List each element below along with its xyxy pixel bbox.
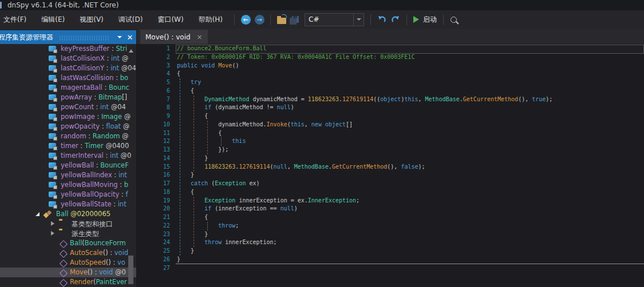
expander-closed-icon[interactable]: [51, 231, 54, 236]
indent-guide: [207, 222, 208, 230]
tree-item[interactable]: yellowBallIndex : int: [0, 170, 136, 180]
line-number: 5: [137, 78, 170, 87]
code-line: 19 Exception innerException = ex.InnerEx…: [137, 197, 644, 205]
tree-item[interactable]: Render(PaintEver: [0, 277, 136, 287]
tree-item[interactable]: 基类型和接口: [0, 219, 136, 229]
code-line: 5 try: [137, 78, 644, 87]
field-icon: [49, 182, 56, 188]
open-button[interactable]: [275, 13, 289, 26]
tree-item[interactable]: yellowBallOpacity : f: [0, 190, 136, 200]
tab-close-icon[interactable]: ×: [197, 33, 203, 41]
scroll-up-icon[interactable]: [129, 49, 133, 53]
code-line: 2// Token: 0x0600016F RID: 367 RVA: 0x00…: [137, 53, 644, 62]
menu-item[interactable]: 调试(D): [111, 11, 151, 28]
indent-guide: [180, 78, 180, 256]
tree-item[interactable]: powCount : int @04: [0, 102, 136, 112]
line-number: 8: [137, 103, 170, 112]
panel-close-button[interactable]: ✕: [125, 32, 135, 42]
code-text: DynamicMethod dynamicMethod = 118623263.…: [177, 95, 552, 104]
tab-label: Move() : void: [145, 33, 191, 41]
code-line: 14 }: [137, 154, 644, 163]
tree-item[interactable]: magentaBall : Bounc: [0, 83, 136, 93]
back-icon: ←: [241, 15, 251, 25]
field-icon: [49, 123, 56, 129]
tree-item[interactable]: yellowBallState : int: [0, 200, 136, 209]
tree-item[interactable]: AutoScale() : void: [0, 248, 136, 258]
menu-toolbar: 文件(F)编辑(E)视图(V)调试(D)窗口(W)帮助(H) ← → C#: [0, 10, 644, 29]
panel-menu-button[interactable]: [114, 32, 125, 42]
code-line: 23 }: [137, 230, 644, 239]
code-line: 17 catch (Exception ex): [137, 180, 644, 188]
tree-scrollbar[interactable]: [128, 44, 135, 287]
expander-open-icon[interactable]: [35, 212, 39, 216]
tree-item[interactable]: Ball @02000065: [0, 209, 136, 219]
tree-item[interactable]: powImage : Image @: [0, 112, 136, 122]
language-combobox[interactable]: C#: [305, 13, 364, 26]
language-dropdown-button[interactable]: [353, 14, 364, 26]
tree-item[interactable]: powOpacity : float @: [0, 122, 136, 131]
code-text: if (innerException == null): [177, 205, 298, 213]
forward-button[interactable]: →: [252, 13, 266, 26]
code-text: {: [177, 213, 208, 222]
tree-item[interactable]: timerInterval : int @0: [0, 151, 136, 161]
code-area[interactable]: 1// bounce2.BounceForm.Ball2// Token: 0x…: [137, 45, 644, 287]
tree-item-label: Ball(BounceForm: [70, 239, 126, 247]
tree-item[interactable]: random : Random @: [0, 131, 136, 141]
tree-item[interactable]: AutoSpeed() : vo: [0, 258, 136, 268]
tab-bar: Move() : void ×: [137, 29, 644, 44]
tree-item[interactable]: Ball(BounceForm: [0, 238, 136, 248]
tree-item-label: yellowBallOpacity : f: [61, 190, 128, 198]
line-number: 6: [137, 87, 170, 95]
back-button[interactable]: ←: [239, 13, 252, 26]
start-button[interactable]: 启动: [411, 15, 439, 25]
code-text: }: [177, 256, 180, 264]
tab-move-void[interactable]: Move() : void ×: [140, 30, 208, 44]
tree-item[interactable]: lastCollisionY : int @04: [0, 63, 136, 73]
tree-item[interactable]: keyPressBuffer : Stri: [0, 44, 136, 54]
toolbar-separator: [443, 14, 444, 25]
code-text: dynamicMethod.Invoke(this, new object[]: [177, 121, 353, 129]
line-number: 4: [137, 70, 170, 78]
tree-item-label: AutoSpeed() : vo: [70, 258, 125, 266]
tree-item-label: 基类型和接口: [72, 220, 113, 229]
code-editor: Move() : void × 1// bounce2.BounceForm.B…: [136, 29, 644, 287]
line-number: 9: [137, 112, 170, 121]
tree-item[interactable]: 派生类型: [0, 229, 136, 238]
assembly-explorer-header[interactable]: 程序集资源管理器 ✕: [0, 30, 136, 44]
search-button[interactable]: [448, 13, 461, 26]
save-all-button[interactable]: [289, 13, 302, 26]
language-value: C#: [305, 15, 353, 23]
menu-item[interactable]: 文件(F): [0, 11, 34, 28]
code-line: 12 this: [137, 137, 644, 146]
start-icon: [413, 16, 419, 23]
field-icon: [49, 75, 56, 81]
tree-item[interactable]: yellowBall : BounceF: [0, 161, 136, 170]
title-bar: dnSpy v6.1.4 (64-bit, .NET Core): [0, 0, 644, 10]
tree-item[interactable]: timer : Timer @0400: [0, 141, 136, 151]
expander-closed-icon[interactable]: [51, 221, 54, 226]
field-icon: [49, 114, 56, 119]
tree-item-label: magentaBall : Bounc: [61, 83, 129, 91]
method-icon: [60, 250, 68, 258]
field-icon: [49, 133, 56, 139]
line-number: 3: [137, 62, 170, 70]
menu-item[interactable]: 视图(V): [72, 11, 111, 28]
menu-item[interactable]: 帮助(H): [191, 11, 230, 28]
tree-item[interactable]: Move() : void @0: [0, 268, 136, 277]
assembly-explorer-title: 程序集资源管理器: [0, 33, 53, 42]
code-line: 9 {: [137, 112, 644, 121]
tree-item[interactable]: yellowBallMoving : b: [0, 180, 136, 190]
menu-item[interactable]: 编辑(E): [34, 11, 72, 28]
menu-item[interactable]: 窗口(W): [150, 11, 191, 28]
undo-button[interactable]: [375, 13, 389, 26]
tree-item-label: random : Random @: [61, 132, 129, 140]
tree-item[interactable]: lastWasCollision : bo: [0, 73, 136, 83]
tree-item[interactable]: lastCollisionX : int @: [0, 54, 136, 63]
tree-item[interactable]: powArray : Bitmap[]: [0, 93, 136, 102]
field-icon: [49, 153, 56, 158]
tree-item-label: lastWasCollision : bo: [61, 74, 128, 82]
scrollbar-thumb[interactable]: [128, 256, 133, 284]
redo-button[interactable]: [389, 13, 402, 26]
line-number: 24: [137, 238, 170, 247]
open-folder-icon: [277, 18, 286, 24]
